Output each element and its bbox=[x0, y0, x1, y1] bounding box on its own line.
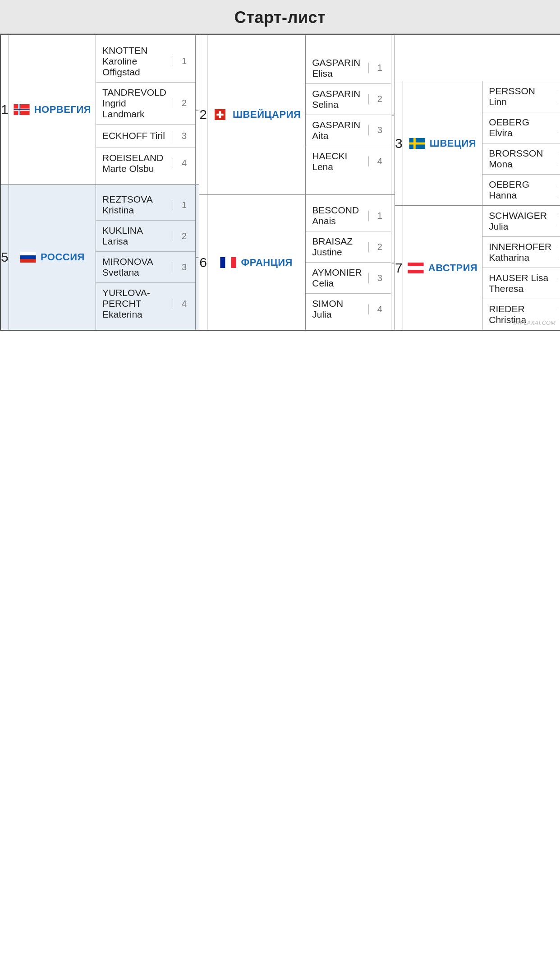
flag-russia bbox=[20, 252, 36, 263]
athlete-num: 3 bbox=[368, 273, 391, 283]
team-name-5: РОССИЯ bbox=[9, 184, 96, 330]
athlete-num: 2 bbox=[173, 98, 195, 108]
athlete-name: YURLOVA-PERCHT Ekaterina bbox=[96, 283, 173, 324]
athlete-row: SIMON Julia 4 bbox=[306, 294, 390, 324]
athlete-num: 2 bbox=[368, 242, 391, 252]
athlete-num: 1 bbox=[368, 63, 391, 73]
athlete-name: HAECKI Lena bbox=[306, 146, 368, 177]
athlete-name: KUKLINA Larisa bbox=[96, 221, 173, 251]
athlete-num: 4 bbox=[558, 309, 560, 320]
team-label-5: РОССИЯ bbox=[41, 251, 85, 263]
athletes-cell-1: KNOTTEN Karoline Offigstad 1TANDREVOLD I… bbox=[96, 35, 196, 184]
team-number-1: 1 bbox=[0, 35, 9, 184]
team-number-3: 3 bbox=[395, 81, 403, 206]
dash-6: - bbox=[391, 195, 395, 330]
athlete-row: TANDREVOLD Ingrid Landmark 2 bbox=[96, 83, 195, 125]
page-title: Старт-лист bbox=[234, 8, 326, 27]
athlete-num: 2 bbox=[558, 123, 560, 133]
athletes-cell-5: REZTSOVA Kristina 1KUKLINA Larisa 2MIRON… bbox=[96, 184, 196, 330]
flag-norway bbox=[14, 104, 30, 115]
athlete-row: BRORSSON Mona 3 bbox=[482, 143, 560, 175]
athlete-row: GASPARIN Selina 2 bbox=[306, 84, 390, 115]
athlete-row: GASPARIN Elisa 1 bbox=[306, 53, 390, 84]
athlete-name: MIRONOVA Svetlana bbox=[96, 252, 173, 282]
svg-rect-19 bbox=[231, 257, 236, 268]
athlete-row: PERSSON Linn 1 bbox=[482, 81, 560, 112]
athlete-name: OEBERG Elvira bbox=[482, 112, 558, 143]
athlete-row: KUKLINA Larisa 2 bbox=[96, 221, 195, 252]
athlete-row: ROEISELAND Marte Olsbu 4 bbox=[96, 148, 195, 179]
athlete-num: 2 bbox=[558, 247, 560, 258]
athlete-name: BESCOND Anais bbox=[306, 200, 368, 231]
athlete-name: GASPARIN Elisa bbox=[306, 53, 368, 83]
team-number-2: 2 bbox=[199, 35, 207, 195]
athletes-cell-3: PERSSON Linn 1OEBERG Elvira 2BRORSSON Mo… bbox=[482, 81, 560, 206]
flag-france bbox=[220, 257, 236, 268]
athlete-num: 1 bbox=[173, 200, 195, 210]
team-name-6: ФРАНЦИЯ bbox=[207, 195, 306, 330]
athlete-num: 2 bbox=[173, 231, 195, 241]
svg-rect-14 bbox=[20, 252, 36, 255]
athlete-name: BRORSSON Mona bbox=[482, 143, 558, 174]
athlete-name: BRAISAZ Justine bbox=[306, 231, 368, 262]
svg-rect-20 bbox=[408, 263, 423, 266]
athletes-cell-7: SCHWAIGER Julia 1INNERHOFER Katharina 2H… bbox=[482, 206, 560, 331]
athlete-name: SCHWAIGER Julia bbox=[482, 206, 558, 236]
athlete-num: 4 bbox=[558, 185, 560, 195]
athlete-num: 3 bbox=[558, 154, 560, 164]
athlete-row: OEBERG Elvira 2 bbox=[482, 112, 560, 143]
athlete-name: OEBERG Hanna bbox=[482, 175, 558, 205]
athlete-row: SCHWAIGER Julia 1 bbox=[482, 206, 560, 237]
flag-sweden bbox=[409, 138, 425, 149]
athlete-num: 1 bbox=[558, 92, 560, 102]
athlete-row: BRAISAZ Justine 2 bbox=[306, 231, 390, 263]
svg-rect-18 bbox=[225, 257, 231, 268]
team-name-2: ШВЕЙЦАРИЯ bbox=[207, 35, 306, 195]
flag-switzerland bbox=[212, 109, 228, 120]
athlete-num: 1 bbox=[368, 211, 391, 221]
svg-rect-7 bbox=[216, 114, 223, 115]
team-name-3: ШВЕЦИЯ bbox=[403, 81, 482, 206]
team-number-5: 5 bbox=[0, 184, 9, 330]
athlete-name: REZTSOVA Kristina bbox=[96, 189, 173, 220]
athlete-row: MIRONOVA Svetlana 3 bbox=[96, 252, 195, 283]
watermark: YAPLAXAI.COM bbox=[512, 319, 555, 326]
team-number-7: 7 bbox=[395, 206, 403, 331]
svg-rect-4 bbox=[14, 109, 29, 110]
athlete-row: YURLOVA-PERCHT Ekaterina 4 bbox=[96, 283, 195, 324]
team-label-3: ШВЕЦИЯ bbox=[430, 138, 476, 149]
svg-rect-21 bbox=[408, 266, 423, 270]
athlete-num: 1 bbox=[558, 216, 560, 226]
dash-1: - bbox=[196, 35, 199, 184]
team-number-6: 6 bbox=[199, 195, 207, 330]
team-label-2: ШВЕЙЦАРИЯ bbox=[233, 109, 301, 120]
dash-5: - bbox=[196, 184, 199, 330]
athlete-row: BESCOND Anais 1 bbox=[306, 200, 390, 231]
athlete-name: GASPARIN Aita bbox=[306, 115, 368, 146]
svg-rect-17 bbox=[220, 257, 225, 268]
athlete-row: KNOTTEN Karoline Offigstad 1 bbox=[96, 41, 195, 83]
athlete-name: HAUSER Lisa Theresa bbox=[482, 268, 558, 299]
athlete-name: KNOTTEN Karoline Offigstad bbox=[96, 41, 173, 82]
team-name-7: АВСТРИЯ bbox=[403, 206, 482, 331]
athlete-num: 4 bbox=[173, 299, 195, 309]
athlete-num: 2 bbox=[368, 94, 391, 104]
athlete-row: AYMONIER Celia 3 bbox=[306, 263, 390, 294]
svg-rect-10 bbox=[409, 142, 425, 144]
athlete-row: REZTSOVA Kristina 1 bbox=[96, 189, 195, 221]
flag-austria bbox=[408, 263, 424, 273]
athlete-num: 3 bbox=[173, 262, 195, 273]
athlete-row: ECKHOFF Tiril 3 bbox=[96, 125, 195, 148]
athlete-row: HAUSER Lisa Theresa 3 bbox=[482, 268, 560, 299]
athletes-cell-6: BESCOND Anais 1BRAISAZ Justine 2AYMONIER… bbox=[306, 195, 391, 330]
team-label-1: НОРВЕГИЯ bbox=[34, 104, 91, 115]
team-name-1: НОРВЕГИЯ bbox=[9, 35, 96, 184]
athlete-num: 4 bbox=[368, 156, 391, 166]
athlete-num: 3 bbox=[173, 131, 195, 141]
athlete-num: 4 bbox=[173, 158, 195, 168]
start-list-table: 1 НОРВЕГИЯ KNOTTEN Karoline Offigstad 1T… bbox=[0, 34, 560, 331]
athlete-name: ROEISELAND Marte Olsbu bbox=[96, 148, 173, 179]
team-label-7: АВСТРИЯ bbox=[428, 262, 478, 274]
athlete-num: 4 bbox=[368, 304, 391, 314]
athlete-name: PERSSON Linn bbox=[482, 81, 558, 112]
